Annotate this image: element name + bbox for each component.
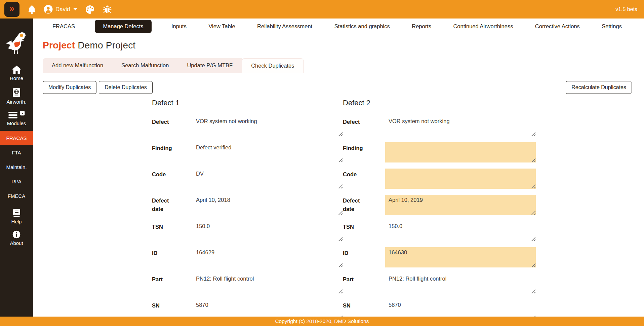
bug-report-icon[interactable] <box>103 5 112 14</box>
page-title-project-name: Demo Project <box>78 40 135 50</box>
app-version-label: v1.5 beta <box>615 6 638 12</box>
modules-menu-icon <box>8 111 17 119</box>
sidebar-item-fracas-active[interactable]: FRACAS <box>0 131 33 145</box>
sidebar-item-label: Maintain. <box>6 164 27 170</box>
nav-item-reliability-assessment[interactable]: Reliability Assessment <box>255 20 314 33</box>
toolbar: Modify Duplicates Delete Duplicates Reca… <box>43 81 632 94</box>
sidebar-item-label: FRACAS <box>6 135 27 141</box>
field-label-defect-2-defect: Defect <box>343 116 368 126</box>
sidebar-collapse-button[interactable]: » <box>4 2 19 17</box>
nav-item-continued-airworthiness[interactable]: Continued Airworthiness <box>451 20 515 33</box>
theme-palette-icon[interactable] <box>85 5 94 14</box>
sidebar-item-label: RPA <box>11 179 22 184</box>
field-label-defect-1-tsn: TSN <box>152 221 177 231</box>
field-label-defect-2-id: ID <box>343 247 368 257</box>
tab-check-duplicates[interactable]: Check Duplicates <box>242 58 304 73</box>
nav-item-view-table[interactable]: View Table <box>206 20 237 33</box>
modify-duplicates-button[interactable]: Modify Duplicates <box>43 81 96 94</box>
field-value-defect-1-code[interactable]: DV <box>193 169 343 189</box>
field-value-defect-2-part[interactable]: PN12: Roll flight control <box>385 274 536 294</box>
delete-duplicates-button[interactable]: Delete Duplicates <box>99 81 152 94</box>
nav-item-corrective-actions[interactable]: Corrective Actions <box>533 20 582 33</box>
help-book-icon <box>12 209 21 217</box>
about-info-icon <box>12 230 21 239</box>
sidebar-item-label: Airworth. <box>6 99 26 105</box>
notifications-bell-icon[interactable] <box>28 5 36 14</box>
field-value-defect-1-tsn[interactable]: 150.0 <box>193 221 343 241</box>
duplicates-grid: Defect 1 Defect 2 DefectVOR system not w… <box>152 99 644 326</box>
user-avatar-icon <box>44 5 53 14</box>
sidebar-item-label: Home <box>10 75 23 81</box>
nav-item-statistics-and-graphics[interactable]: Statistics and graphics <box>332 20 392 33</box>
sidebar-item-label: FTA <box>12 150 21 155</box>
sidebar: Home Airworth. Modules FRACAS <box>0 19 33 317</box>
sidebar-item-rpa[interactable]: RPA <box>0 174 33 189</box>
user-menu[interactable]: David <box>44 5 77 14</box>
nav-item-fracas[interactable]: FRACAS <box>50 20 77 33</box>
field-label-defect-1-part: Part <box>152 274 177 284</box>
double-chevron-right-icon: » <box>9 4 14 13</box>
home-icon <box>12 66 21 74</box>
sidebar-item-airworthiness[interactable]: Airworth. <box>0 88 33 105</box>
field-value-defect-1-part[interactable]: PN12: Roll flight control <box>193 274 343 294</box>
sidebar-item-home[interactable]: Home <box>0 66 33 81</box>
nav-item-reports[interactable]: Reports <box>410 20 433 33</box>
sidebar-item-about[interactable]: About <box>0 230 33 246</box>
field-value-defect-2-defect[interactable]: VOR system not working <box>385 116 536 136</box>
recalculate-duplicates-button[interactable]: Recalculate Duplicates <box>566 81 632 94</box>
nav-item-settings[interactable]: Settings <box>600 20 624 33</box>
field-label-defect-1-defect: Defect <box>152 116 177 126</box>
field-value-defect-1-defect-date[interactable]: April 10, 2018 <box>193 195 343 215</box>
field-value-defect-2-finding[interactable] <box>385 142 536 162</box>
sub-tabs: Add new MalfunctionSearch MalfunctionUpd… <box>43 58 644 73</box>
top-bar: » David <box>0 0 644 19</box>
footer-bar: Copyright (c) 2018-2020, DMD Solutions <box>0 317 644 326</box>
modules-dropdown-icon <box>20 111 25 116</box>
field-value-defect-1-id[interactable]: 164629 <box>193 247 343 267</box>
sidebar-item-help[interactable]: Help <box>0 209 33 224</box>
nav-item-inputs[interactable]: Inputs <box>169 20 189 33</box>
defect-1-header: Defect 1 <box>152 99 343 107</box>
field-label-defect-2-tsn: TSN <box>343 221 368 231</box>
field-label-defect-1-defect-date: Defect date <box>152 195 177 213</box>
field-label-defect-2-finding: Finding <box>343 142 368 152</box>
field-value-defect-2-id[interactable]: 164630 <box>385 247 536 267</box>
chevron-down-icon <box>73 8 77 10</box>
field-value-defect-1-defect[interactable]: VOR system not working <box>193 116 343 136</box>
sidebar-item-modules[interactable]: Modules <box>0 111 33 126</box>
sidebar-item-label: FMECA <box>8 193 26 199</box>
field-label-defect-1-id: ID <box>152 247 177 257</box>
tab-add-new-malfunction[interactable]: Add new Malfunction <box>43 58 112 73</box>
field-label-defect-1-finding: Finding <box>152 142 177 152</box>
primary-nav: FRACASManage DefectsInputsView TableReli… <box>33 19 644 34</box>
field-label-defect-2-defect-date: Defect date <box>343 195 368 213</box>
page-title: ProjectDemo Project <box>43 40 644 51</box>
field-label-defect-2-sn: SN <box>343 300 368 310</box>
tab-update-p-g-mtbf[interactable]: Update P/G MTBF <box>178 58 242 73</box>
copyright-text: Copyright (c) 2018-2020, DMD Solutions <box>275 318 369 324</box>
sidebar-item-label: Modules <box>7 120 26 126</box>
field-value-defect-2-defect-date[interactable]: April 10, 2019 <box>385 195 536 215</box>
field-label-defect-1-sn: SN <box>152 300 177 310</box>
airworthiness-passport-icon <box>12 88 21 97</box>
field-value-defect-2-code[interactable] <box>385 169 536 189</box>
sidebar-item-fmeca[interactable]: FMECA <box>0 189 33 203</box>
sidebar-item-fta[interactable]: FTA <box>0 145 33 160</box>
field-label-defect-1-code: Code <box>152 169 177 179</box>
page-title-prefix: Project <box>43 40 75 50</box>
field-value-defect-2-tsn[interactable]: 150.0 <box>385 221 536 241</box>
main-content: FRACASManage DefectsInputsView TableReli… <box>33 19 644 317</box>
defect-2-header: Defect 2 <box>343 99 536 107</box>
tab-search-malfunction[interactable]: Search Malfunction <box>112 58 178 73</box>
sidebar-item-maintain[interactable]: Maintain. <box>0 160 33 174</box>
field-label-defect-2-code: Code <box>343 169 368 179</box>
field-label-defect-2-part: Part <box>343 274 368 284</box>
nav-item-manage-defects[interactable]: Manage Defects <box>95 20 151 33</box>
field-value-defect-1-finding[interactable]: Defect verified <box>193 142 343 162</box>
user-name: David <box>55 6 70 13</box>
dmd-bird-logo[interactable] <box>5 29 28 56</box>
sidebar-item-label: Help <box>11 219 22 224</box>
sidebar-item-label: About <box>10 240 23 246</box>
